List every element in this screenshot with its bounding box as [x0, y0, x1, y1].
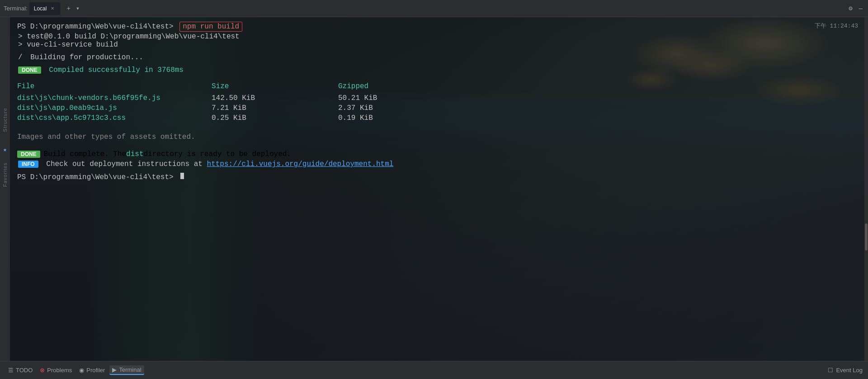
file-row-0: dist\js\chunk-vendors.b66f95fe.js 142.50…: [17, 94, 857, 102]
command-highlight: npm run build: [179, 22, 242, 32]
building-line: / Building for production...: [18, 53, 857, 62]
prompt-path-2: PS D:\programming\Web\vue-cli4\test: [17, 173, 169, 181]
building-msg: Building for production...: [30, 53, 143, 62]
event-log-button[interactable]: ☐ Event Log: [828, 367, 863, 374]
info-msg: Check out deployment instructions at: [46, 160, 207, 168]
timestamp: 下午 11:24:43: [815, 22, 858, 30]
terminal-content: 下午 11:24:43 PS D:\programming\Web\vue-cl…: [10, 17, 864, 361]
output-text-2: > vue-cli-service build: [18, 41, 118, 49]
minimize-icon[interactable]: —: [857, 4, 864, 13]
table-header: File Size Gzipped: [17, 82, 857, 90]
col-header-file: File: [17, 82, 212, 90]
dist-word: dist: [126, 150, 143, 158]
tab-local[interactable]: Local ✕: [29, 2, 61, 15]
prompt-path-1: PS D:\programming\Web\vue-cli4\test: [17, 23, 169, 31]
prompt-line-1: PS D:\programming\Web\vue-cli4\test > np…: [17, 22, 857, 32]
structure-label[interactable]: Structure: [2, 108, 8, 132]
event-log-label: Event Log: [836, 367, 863, 374]
compiled-line: DONE Compiled successfully in 3768ms: [18, 66, 857, 74]
status-problems-label: Problems: [47, 367, 72, 374]
file-size-1: 7.21 KiB: [212, 104, 338, 112]
done-badge-1: DONE: [18, 66, 41, 74]
file-name-1: dist\js\app.0eab9c1a.js: [17, 104, 212, 112]
favorites-label[interactable]: Favorites: [2, 162, 8, 187]
file-size-0: 142.50 KiB: [212, 94, 338, 102]
file-gzip-0: 50.21 KiB: [338, 94, 429, 102]
left-side-panel: Structure ★ Favorites: [0, 17, 10, 361]
status-item-problems[interactable]: ⊗ Problems: [37, 366, 75, 374]
scrollbar[interactable]: [864, 17, 868, 361]
file-name-0: dist\js\chunk-vendors.b66f95fe.js: [17, 94, 212, 102]
status-bar: ☰ TODO ⊗ Problems ◉ Profiler ▶ Terminal …: [0, 361, 868, 379]
cursor: [180, 173, 184, 179]
prompt-line-2: PS D:\programming\Web\vue-cli4\test >: [17, 173, 857, 181]
file-name-2: dist\css\app.5c9713c3.css: [17, 114, 212, 122]
dropdown-icon[interactable]: ▾: [74, 4, 81, 13]
info-line: INFO Check out deployment instructions a…: [18, 160, 857, 168]
status-item-terminal[interactable]: ▶ Terminal: [109, 365, 144, 375]
status-terminal-label: Terminal: [119, 366, 141, 373]
prompt-arrow-2: >: [169, 173, 178, 181]
output-text-1: > test@0.1.0 build D:\programming\Web\vu…: [18, 33, 240, 41]
done-badge-2: DONE: [17, 151, 40, 158]
col-header-size: Size: [212, 82, 338, 90]
col-header-gzipped: Gzipped: [338, 82, 429, 90]
status-item-todo[interactable]: ☰ TODO: [5, 366, 35, 374]
file-size-2: 0.25 KiB: [212, 114, 338, 122]
slash-icon: /: [18, 53, 23, 62]
tab-local-label: Local: [34, 5, 47, 12]
build-complete-msg2: directory is ready to be deployed.: [144, 150, 291, 158]
scrollbar-thumb[interactable]: [865, 223, 868, 251]
status-todo-label: TODO: [16, 367, 33, 374]
file-row-2: dist\css\app.5c9713c3.css 0.25 KiB 0.19 …: [17, 114, 857, 122]
deployment-link[interactable]: https://cli.vuejs.org/guide/deployment.h…: [207, 160, 394, 168]
title-bar: Terminal: Local ✕ + ▾ ⚙ —: [0, 0, 868, 17]
file-row-1: dist\js\app.0eab9c1a.js 7.21 KiB 2.37 Ki…: [17, 104, 857, 112]
tab-close-icon[interactable]: ✕: [49, 5, 56, 12]
favorites-star-icon[interactable]: ★: [3, 146, 7, 153]
build-complete-msg1: Build complete. The: [44, 150, 126, 158]
settings-icon[interactable]: ⚙: [847, 4, 854, 13]
problems-icon: ⊗: [40, 367, 45, 374]
terminal-label: Terminal:: [4, 5, 28, 12]
todo-icon: ☰: [8, 367, 14, 374]
terminal-status-icon: ▶: [112, 366, 117, 373]
build-complete-line: DONE Build complete. The dist directory …: [17, 150, 857, 158]
file-gzip-2: 0.19 KiB: [338, 114, 429, 122]
output-line-1: > test@0.1.0 build D:\programming\Web\vu…: [18, 33, 857, 41]
omit-msg: Images and other types of assets omitted…: [17, 133, 857, 141]
profiler-icon: ◉: [79, 367, 84, 374]
status-item-profiler[interactable]: ◉ Profiler: [76, 366, 108, 374]
status-profiler-label: Profiler: [86, 367, 105, 374]
event-log-icon: ☐: [828, 367, 833, 374]
info-badge: INFO: [18, 161, 38, 168]
file-gzip-1: 2.37 KiB: [338, 104, 429, 112]
prompt-arrow-1: >: [169, 23, 178, 31]
compiled-msg: Compiled successfully in 3768ms: [49, 66, 184, 74]
output-line-2: > vue-cli-service build: [18, 41, 857, 49]
add-tab-button[interactable]: +: [65, 4, 72, 13]
